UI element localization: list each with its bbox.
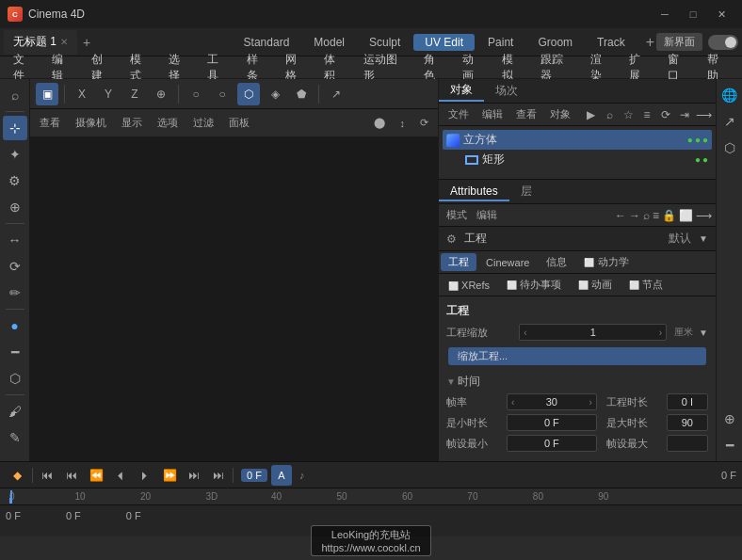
- view-mode2[interactable]: ○: [211, 83, 234, 105]
- attr-framemax-field[interactable]: [667, 435, 708, 452]
- attr-unit-dropdown[interactable]: ▼: [699, 328, 708, 338]
- attr-time-subsection[interactable]: ▼ 时间: [444, 371, 710, 392]
- prev-key-btn[interactable]: ⏮: [61, 465, 82, 486]
- select-tool[interactable]: ⊹: [3, 116, 27, 140]
- attr-mode-project[interactable]: 工程: [441, 253, 476, 271]
- attr-forward-icon[interactable]: →: [629, 209, 640, 222]
- attr-export-icon[interactable]: ⟶: [696, 209, 712, 222]
- loop-button[interactable]: A: [271, 465, 292, 486]
- tab-uv-edit[interactable]: UV Edit: [413, 34, 475, 51]
- scale-tool[interactable]: ⊕: [3, 195, 27, 219]
- attr-mode-animation[interactable]: ⬜ 动画: [571, 276, 620, 294]
- view-mode5[interactable]: ⬟: [290, 83, 313, 105]
- axis-z[interactable]: Z: [123, 83, 146, 105]
- tab-close-icon[interactable]: ✕: [60, 37, 68, 47]
- minimize-button[interactable]: ─: [652, 5, 678, 24]
- om-arrow-icon[interactable]: ▶: [582, 106, 599, 123]
- om-edit[interactable]: 编辑: [476, 106, 508, 122]
- tab-standard[interactable]: Standard: [233, 34, 301, 51]
- new-ui-button[interactable]: 新界面: [656, 33, 702, 51]
- object-rect[interactable]: 矩形 ● ●: [443, 150, 712, 169]
- attr-mode-info[interactable]: 信息: [539, 253, 574, 271]
- attr-fps-inc[interactable]: ›: [589, 397, 591, 408]
- hex-icon[interactable]: ⬡: [718, 136, 742, 160]
- attr-dropdown-icon[interactable]: ▼: [699, 233, 708, 244]
- maximize-button[interactable]: □: [680, 5, 706, 24]
- view-mode4[interactable]: ◈: [264, 83, 286, 105]
- rotate-tool[interactable]: ⚙: [3, 168, 27, 193]
- om-refresh-icon[interactable]: ⟳: [657, 106, 674, 123]
- vp-move[interactable]: ⬤: [368, 115, 391, 131]
- add-tab-button[interactable]: +: [79, 35, 94, 50]
- timeline-ruler[interactable]: 0 10 20 3D 40 50 60 70 80 90: [0, 488, 742, 505]
- attr-mode-nodes[interactable]: ⬜ 节点: [621, 276, 670, 294]
- attr-edit-btn[interactable]: 编辑: [473, 208, 501, 222]
- attr-minhour-field[interactable]: 0 F: [507, 414, 597, 431]
- om-expand-icon[interactable]: ⇥: [676, 106, 693, 123]
- play-btn[interactable]: ⏵: [135, 465, 155, 486]
- vp-look[interactable]: 查看: [34, 114, 66, 132]
- axis-y[interactable]: Y: [97, 83, 120, 105]
- edge-tool[interactable]: ━: [3, 340, 27, 364]
- tab-model[interactable]: Model: [302, 34, 356, 51]
- render-icon[interactable]: ↗: [325, 83, 347, 105]
- step-back-btn[interactable]: ⏪: [86, 465, 106, 486]
- right-tb-bottom2[interactable]: ━: [718, 433, 742, 457]
- vp-options[interactable]: 选项: [152, 114, 184, 132]
- attr-framemin-field[interactable]: 0 F: [507, 435, 597, 452]
- poly-tool[interactable]: ⬡: [3, 366, 27, 391]
- right-tb-bottom1[interactable]: ⊕: [718, 407, 742, 431]
- magnet-tool[interactable]: ✎: [3, 425, 27, 450]
- transform-tool[interactable]: ↔: [3, 228, 27, 252]
- vp-camera[interactable]: 摄像机: [70, 114, 112, 132]
- attr-maxtime-field[interactable]: 90: [667, 414, 708, 431]
- attr-filter-icon[interactable]: ≡: [653, 209, 659, 222]
- ui-toggle[interactable]: [708, 35, 738, 50]
- attr-mode-btn[interactable]: 模式: [443, 208, 471, 222]
- play-back-btn[interactable]: ⏴: [110, 465, 131, 486]
- paint-tool[interactable]: 🖌: [3, 399, 27, 424]
- vp-display[interactable]: 显示: [116, 114, 148, 132]
- add-layout-button[interactable]: +: [646, 34, 654, 51]
- om-tab-takes[interactable]: 场次: [484, 81, 529, 101]
- attr-mode-cineware[interactable]: Cineware: [478, 255, 537, 270]
- close-button[interactable]: ✕: [708, 5, 734, 24]
- vp-nav3[interactable]: ⟳: [414, 115, 434, 131]
- axis-x[interactable]: X: [71, 83, 93, 105]
- attr-lock-icon[interactable]: 🔒: [662, 209, 676, 222]
- step-fwd-btn[interactable]: ⏩: [159, 465, 180, 486]
- om-list-icon[interactable]: ≡: [638, 106, 655, 123]
- vp-filter[interactable]: 过滤: [187, 114, 219, 132]
- vertex-tool[interactable]: ●: [3, 313, 27, 338]
- arrow-up-icon[interactable]: ↗: [718, 109, 742, 134]
- next-key-btn[interactable]: ⏭: [184, 465, 204, 486]
- om-next-icon[interactable]: ⟶: [695, 106, 712, 123]
- attr-back-icon[interactable]: ←: [615, 209, 626, 222]
- attr-tab-layers[interactable]: 层: [509, 182, 543, 201]
- mirror-tool[interactable]: ⟳: [3, 254, 27, 279]
- attr-pin-icon[interactable]: ⬜: [679, 209, 693, 222]
- attr-mode-xrefs[interactable]: ⬜ XRefs: [441, 278, 497, 293]
- attr-scale-increase[interactable]: ›: [659, 328, 662, 338]
- tab-track[interactable]: Track: [586, 34, 637, 51]
- om-search-icon[interactable]: ⌕: [601, 106, 618, 123]
- view-mode1[interactable]: ○: [185, 83, 207, 105]
- key-icon[interactable]: ◆: [6, 464, 28, 487]
- vp-panel[interactable]: 面板: [223, 114, 255, 132]
- goto-end-btn[interactable]: ⏭: [208, 465, 229, 486]
- om-tab-objects[interactable]: 对象: [439, 80, 484, 102]
- object-cube[interactable]: 立方体 ● ● ●: [443, 130, 712, 150]
- sound-icon[interactable]: ♪: [299, 470, 305, 481]
- attr-mode-dynamics[interactable]: ⬜ 动力学: [576, 253, 636, 271]
- axis-all[interactable]: ⊕: [150, 83, 172, 105]
- attr-fps-field[interactable]: ‹ 30 ›: [507, 393, 597, 410]
- view-mode3[interactable]: ⬡: [237, 83, 260, 105]
- attr-scale-field[interactable]: ‹ 1 ›: [519, 324, 667, 341]
- scale-project-button[interactable]: 缩放工程...: [448, 347, 706, 365]
- om-file[interactable]: 文件: [443, 106, 475, 122]
- icon-cube-view[interactable]: ▣: [36, 83, 58, 105]
- attr-projlen-field[interactable]: 0 I: [667, 393, 708, 410]
- tab-sculpt[interactable]: Sculpt: [358, 34, 411, 51]
- vp-nav2[interactable]: ↕: [395, 116, 411, 131]
- move-tool[interactable]: ✦: [3, 142, 27, 167]
